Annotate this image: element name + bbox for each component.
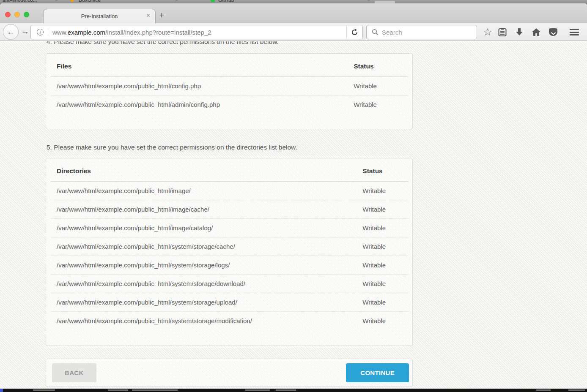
url-path: /install/index.php?route=install/step_2	[105, 29, 211, 36]
window-minimize-button[interactable]	[14, 12, 20, 17]
status-value: Writable	[356, 237, 408, 256]
menu-button[interactable]	[569, 27, 580, 38]
directory-path: /var/www/html/example.com/public_html/sy…	[50, 237, 356, 256]
table-row: /var/www/html/example.com/public_html/ad…	[50, 95, 408, 114]
directories-panel: Directories Status /var/www/html/example…	[46, 158, 413, 346]
toolbar-divider	[496, 27, 496, 37]
table-row: /var/www/html/example.com/public_html/sy…	[50, 293, 408, 312]
boxoffice-favicon	[70, 0, 74, 2]
directory-path: /var/www/html/example.com/public_html/sy…	[50, 275, 356, 293]
navigation-toolbar: ← → i www.example.com/install/index.php?…	[0, 23, 587, 41]
tab-title: Pre-Installation	[81, 13, 118, 19]
status-value: Writable	[356, 182, 408, 200]
bookmarks-list-button[interactable]	[497, 27, 508, 38]
table-row: /var/www/html/example.com/public_html/sy…	[50, 256, 408, 275]
home-icon	[532, 28, 541, 36]
directory-path: /var/www/html/example.com/public_html/sy…	[50, 256, 356, 275]
back-button[interactable]: ←	[3, 24, 19, 40]
directory-path: /var/www/html/example.com/public_html/im…	[50, 219, 356, 237]
directory-path: /var/www/html/example.com/public_html/im…	[50, 182, 356, 200]
reload-icon	[351, 29, 358, 36]
status-value: Writable	[347, 95, 408, 114]
bookmark-star-button[interactable]: ☆	[482, 27, 493, 38]
table-row: /var/www/html/example.com/public_html/sy…	[50, 312, 408, 330]
new-tab-button[interactable]: +	[159, 11, 164, 19]
background-bottom-strip	[0, 389, 587, 392]
file-path: /var/www/html/example.com/public_html/ad…	[50, 95, 347, 114]
site-info-icon[interactable]: i	[37, 29, 44, 35]
github-favicon	[211, 0, 215, 2]
table-row: /var/www/html/example.com/public_html/co…	[50, 77, 408, 95]
download-icon	[515, 28, 524, 36]
back-step-button[interactable]: BACK	[52, 363, 96, 382]
directories-table: Directories Status /var/www/html/example…	[50, 158, 408, 330]
close-icon[interactable]: ×	[367, 0, 370, 3]
window-zoom-button[interactable]	[24, 12, 29, 17]
star-icon: ☆	[483, 27, 492, 37]
directory-path: /var/www/html/example.com/public_html/sy…	[50, 312, 356, 330]
pocket-button[interactable]	[548, 27, 559, 38]
close-icon[interactable]: ×	[175, 0, 178, 3]
status-column-header: Status	[347, 54, 408, 77]
search-icon	[372, 29, 379, 35]
url-domain: example.com	[68, 29, 105, 36]
forward-button[interactable]: →	[21, 27, 29, 36]
background-window-tab-strip: ant=linode.co... × BoxOffice × GitHub ×	[0, 0, 587, 3]
directory-path: /var/www/html/example.com/public_html/sy…	[50, 293, 356, 312]
tab-close-icon[interactable]: ×	[146, 12, 150, 19]
background-tab-boxoffice[interactable]: BoxOffice	[79, 0, 101, 3]
status-value: Writable	[356, 256, 408, 275]
files-panel: Files Status /var/www/html/example.com/p…	[46, 53, 413, 129]
table-row: /var/www/html/example.com/public_html/sy…	[50, 275, 408, 293]
home-button[interactable]	[531, 27, 542, 38]
back-arrow-icon: ←	[7, 27, 15, 36]
hamburger-icon	[570, 29, 579, 35]
reload-button[interactable]	[346, 25, 362, 39]
files-section-heading: 4. Please make sure you have set the cor…	[47, 41, 413, 46]
bottom-strip-accent	[0, 389, 3, 392]
files-column-header: Files	[50, 54, 347, 77]
status-value: Writable	[356, 219, 408, 237]
status-column-header: Status	[356, 158, 408, 182]
continue-button[interactable]: CONTINUE	[346, 363, 409, 382]
status-value: Writable	[356, 275, 408, 293]
status-value: Writable	[356, 200, 408, 219]
directories-column-header: Directories	[50, 158, 356, 182]
file-path: /var/www/html/example.com/public_html/co…	[50, 77, 347, 95]
actions-panel: BACK CONTINUE	[46, 359, 413, 387]
tab-bar: Pre-Installation × +	[0, 3, 587, 23]
search-input[interactable]	[382, 29, 466, 36]
table-row: /var/www/html/example.com/public_html/sy…	[50, 237, 408, 256]
clipboard-icon	[498, 27, 507, 37]
search-box[interactable]	[366, 25, 477, 39]
directories-section-heading: 5. Please make sure you have set the cor…	[47, 143, 413, 152]
table-row: /var/www/html/example.com/public_html/im…	[50, 200, 408, 219]
page-content: 4. Please make sure you have set the cor…	[0, 41, 587, 389]
status-value: Writable	[356, 293, 408, 312]
table-row: /var/www/html/example.com/public_html/im…	[50, 182, 408, 200]
downloads-button[interactable]	[514, 27, 525, 38]
firefox-window: Pre-Installation × + ← → i www.example.c…	[0, 3, 587, 389]
window-close-button[interactable]	[5, 12, 11, 17]
url-input[interactable]: i www.example.com/install/index.php?rout…	[30, 25, 363, 39]
status-value: Writable	[347, 77, 408, 95]
url-prefix: www.	[52, 29, 68, 36]
tab-pre-installation[interactable]: Pre-Installation ×	[43, 9, 156, 23]
url-divider	[48, 28, 48, 36]
background-tab-github[interactable]: GitHub	[218, 0, 234, 3]
files-table: Files Status /var/www/html/example.com/p…	[50, 54, 408, 114]
directory-path: /var/www/html/example.com/public_html/im…	[50, 200, 356, 219]
table-row: /var/www/html/example.com/public_html/im…	[50, 219, 408, 237]
pocket-icon	[549, 28, 557, 36]
status-value: Writable	[356, 312, 408, 330]
url-text: www.example.com/install/index.php?route=…	[52, 29, 346, 36]
close-icon[interactable]: ×	[55, 0, 58, 3]
background-tab-linode[interactable]: ant=linode.co...	[3, 0, 37, 3]
